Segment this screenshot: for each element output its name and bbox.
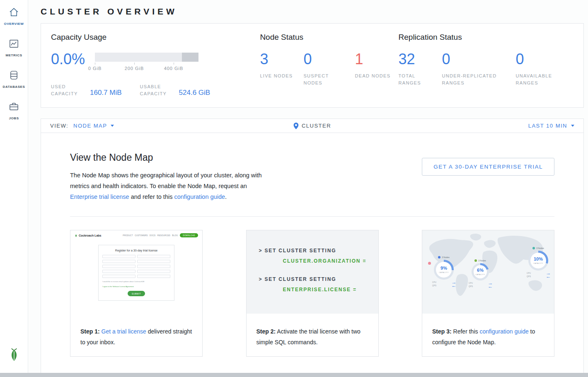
step3-card: 3 Nodes 9% CAPACITY CPU▁▂ QPS▂▁ — [422, 230, 554, 357]
suspect-nodes-label: SUSPECT NODES — [303, 72, 348, 87]
sql-command-line: > SET CLUSTER SETTING — [259, 248, 378, 254]
step3-label: Step 3: — [432, 328, 452, 335]
license-agreement-note: I agree to the Software License Agreemen… — [102, 285, 170, 288]
cockroach-labs-brand: Cockroach Labs — [75, 234, 101, 237]
capacity-percent: 9% — [440, 266, 447, 271]
node-map-description: The Node Map shows the geographical layo… — [70, 170, 266, 202]
enterprise-trial-button[interactable]: GET A 30-DAY ENTERPRISE TRIAL — [422, 158, 554, 176]
home-icon — [8, 7, 19, 19]
axis-tick — [174, 63, 174, 65]
view-selector-dropdown[interactable]: NODE MAP — [73, 123, 114, 129]
step3-caption: Step 3: Refer this configuration guide t… — [422, 314, 554, 348]
capacity-donut: 9% CAPACITY — [434, 260, 454, 280]
sidebar-item-databases[interactable]: DATABASES — [3, 70, 25, 89]
under-replicated-ranges-label: UNDER-REPLICATED RANGES — [442, 72, 504, 87]
under-replicated-ranges-stat: 0 UNDER-REPLICATED RANGES — [442, 52, 509, 87]
qps-label: QPS — [469, 285, 473, 288]
get-trial-license-link[interactable]: Get a trial license — [102, 328, 146, 335]
sidebar-item-overview[interactable]: OVERVIEW — [4, 7, 24, 26]
capacity-percent: 6% — [477, 268, 484, 273]
dead-nodes-value: 1 — [355, 52, 392, 67]
node-status-title: Node Status — [260, 33, 398, 42]
description-text: . — [225, 193, 227, 200]
configuration-guide-link[interactable]: configuration guide — [174, 193, 225, 200]
bottom-scrollbar-track[interactable] — [0, 373, 588, 377]
sidebar-item-label: DATABASES — [3, 85, 25, 89]
cluster-breadcrumb: CLUSTER — [293, 123, 331, 129]
used-capacity-label: USED CAPACITY — [51, 83, 85, 97]
dead-nodes-stat: 1 DEAD NODES — [355, 52, 392, 87]
locality-tag: 3 Nodes — [438, 256, 450, 259]
form-field — [102, 270, 136, 273]
total-ranges-value: 32 — [399, 52, 436, 67]
view-label: VIEW: — [50, 123, 68, 129]
suspect-nodes-stat: 0 SUSPECT NODES — [303, 52, 348, 87]
node-map-panel: View the Node Map The Node Map shows the… — [41, 133, 584, 377]
divider — [70, 216, 554, 217]
live-nodes-stat: 3 LIVE NODES — [260, 52, 297, 87]
sidebar-item-jobs[interactable]: JOBS — [8, 101, 19, 120]
sql-command-line: > SET CLUSTER SETTING — [259, 276, 378, 282]
dead-node-dot — [428, 262, 431, 265]
capacity-usage-section: Capacity Usage 0.0% 0 GiB 200 GiB 400 Gi… — [51, 33, 260, 97]
step1-label: Step 1: — [80, 328, 100, 335]
step2-label: Step 2: — [256, 328, 276, 335]
trial-registration-form: Register for a 30-day trial license — [98, 245, 174, 301]
locality-widget: 3 Nodes 9% CAPACITY CPU▁▂ QPS▂▁ — [432, 256, 455, 288]
form-field — [102, 260, 136, 263]
axis-tick-label: 400 GiB — [164, 66, 184, 71]
capacity-used-percent: 0.0% — [51, 52, 95, 67]
form-field — [102, 255, 136, 258]
live-nodes-value: 3 — [260, 52, 297, 67]
registration-form-title: Register for a 30-day trial license — [102, 249, 170, 252]
node-map-title: View the Node Map — [70, 152, 266, 163]
briefcase-icon — [8, 101, 19, 114]
locality-widget: 3 Nodes 10% CAPACITY CPU▁▂ QPS▂▁ — [527, 247, 550, 278]
location-pin-icon — [293, 123, 298, 129]
locality-widget: 3 Nodes 6% CAPACITY CPU▁▂ QPS▂▁ — [469, 259, 492, 288]
main-content: CLUSTER OVERVIEW Capacity Usage 0.0% 0 G… — [28, 0, 588, 377]
unavailable-ranges-value: 0 — [516, 52, 567, 67]
form-field — [102, 265, 136, 268]
capacity-label: CAPACITY — [475, 273, 485, 276]
suspect-nodes-value: 0 — [303, 52, 348, 67]
replication-status-section: Replication Status 32 TOTAL RANGES 0 UND… — [399, 33, 573, 97]
capacity-bar-reserved-segment — [182, 53, 198, 62]
unavailable-ranges-label: UNAVAILABLE RANGES — [516, 72, 567, 87]
axis-tick-label: 200 GiB — [125, 66, 144, 71]
step1-caption: Step 1: Get a trial license delivered st… — [70, 314, 202, 348]
time-range-dropdown[interactable]: LAST 10 MIN — [528, 123, 574, 129]
download-pill-button: DOWNLOAD — [180, 233, 198, 237]
step3-text: Refer this — [453, 328, 478, 335]
total-ranges-stat: 32 TOTAL RANGES — [399, 52, 436, 87]
used-capacity-value: 160.7 MiB — [90, 89, 122, 97]
cockroach-labs-logo-icon — [8, 347, 20, 364]
axis-tick — [134, 63, 135, 65]
chevron-down-icon — [571, 125, 574, 127]
unavailable-ranges-stat: 0 UNAVAILABLE RANGES — [516, 52, 567, 87]
axis-tick — [95, 63, 95, 65]
step2-sql-commands: > SET CLUSTER SETTING CLUSTER.ORGANIZATI… — [247, 230, 378, 314]
step3-node-map-preview: 3 Nodes 9% CAPACITY CPU▁▂ QPS▂▁ — [422, 230, 554, 314]
capacity-label: CAPACITY — [533, 262, 543, 264]
submit-button-mock: SUBMIT — [128, 291, 145, 296]
locality-dot-icon — [474, 259, 477, 262]
form-field — [137, 275, 170, 278]
node-status-section: Node Status 3 LIVE NODES 0 SUSPECT NODES… — [260, 33, 398, 97]
chevron-down-icon — [111, 125, 114, 127]
enterprise-trial-license-link[interactable]: Enterprise trial license — [70, 193, 129, 200]
cluster-summary-card: Capacity Usage 0.0% 0 GiB 200 GiB 400 Gi… — [41, 23, 584, 108]
cpu-label: CPU — [469, 282, 473, 285]
configuration-guide-link[interactable]: configuration guide — [479, 328, 528, 335]
sidebar-item-metrics[interactable]: METRICS — [5, 38, 22, 57]
step2-card: > SET CLUSTER SETTING CLUSTER.ORGANIZATI… — [246, 230, 379, 357]
capacity-donut: 10% CAPACITY — [528, 251, 548, 271]
under-replicated-ranges-value: 0 — [442, 52, 509, 67]
capacity-usage-title: Capacity Usage — [51, 33, 260, 42]
locality-dot-icon — [438, 256, 440, 259]
qps-label: QPS — [432, 284, 436, 288]
step2-caption: Step 2: Activate the trial license with … — [247, 314, 378, 348]
locality-tag: 3 Nodes — [532, 247, 544, 249]
usable-capacity-value: 524.6 GiB — [179, 89, 211, 97]
sidebar-item-label: OVERVIEW — [4, 22, 24, 26]
